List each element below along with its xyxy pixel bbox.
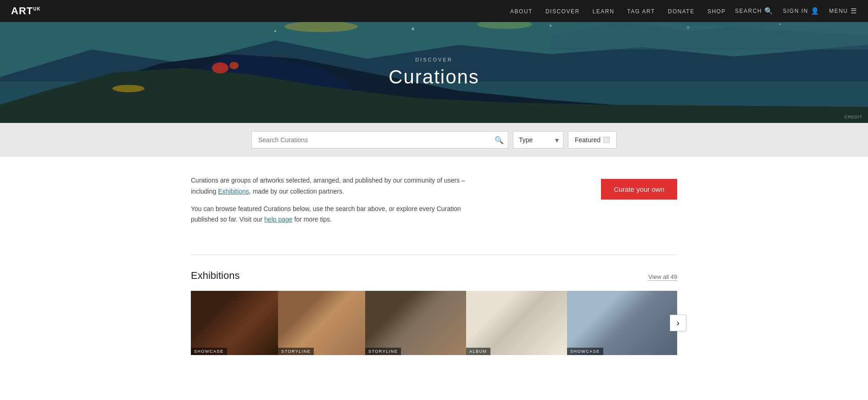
logo[interactable]: ARTUK: [11, 5, 41, 17]
gallery-tag-2: STORYLINE: [278, 348, 314, 355]
nav-menu-btn[interactable]: MENU ☰: [829, 7, 857, 15]
gallery-tag-1: SHOWCASE: [191, 348, 227, 355]
featured-checkbox[interactable]: [603, 137, 610, 143]
intro-paragraph-2: You can browse featured Curations below,…: [191, 204, 475, 226]
list-item[interactable]: STORYLINE: [365, 291, 466, 355]
hamburger-icon: ☰: [851, 7, 857, 15]
exhibitions-header: Exhibitions View all 49: [191, 270, 677, 282]
nav-search-btn[interactable]: SEARCH 🔍: [735, 7, 774, 15]
nav-search-label: SEARCH: [735, 8, 762, 14]
search-icon: 🔍: [764, 7, 774, 15]
exhibitions-section: Exhibitions View all 49 SHOWCASE STORYLI…: [191, 255, 677, 355]
gallery-tag-3: STORYLINE: [365, 348, 401, 355]
nav-links: ABOUT DISCOVER LEARN TAG ART DONATE SHOP: [510, 7, 726, 15]
search-bar-section: 🔍 Type Showcase Storyline Album Featured: [0, 123, 868, 157]
main-nav: ARTUK ABOUT DISCOVER LEARN TAG ART DONAT…: [0, 0, 868, 22]
nav-learn[interactable]: LEARN: [593, 8, 615, 15]
featured-label: Featured: [575, 136, 601, 144]
user-icon: 👤: [811, 7, 820, 15]
search-input[interactable]: [251, 131, 508, 149]
gallery-tag-5: SHOWCASE: [567, 348, 603, 355]
nav-discover[interactable]: DISCOVER: [545, 8, 580, 15]
logo-text: ART: [11, 5, 33, 17]
gallery-scroll: SHOWCASE STORYLINE STORYLINE ALBUM SHOWC: [191, 291, 677, 355]
intro-section: Curations are groups of artworks selecte…: [191, 175, 677, 232]
list-item[interactable]: STORYLINE: [278, 291, 365, 355]
hero-discover-label: DISCOVER: [415, 57, 452, 62]
list-item[interactable]: SHOWCASE: [567, 291, 677, 355]
hero-credit: CREDIT: [845, 115, 863, 119]
hero-content: DISCOVER Curations: [0, 22, 868, 123]
list-item[interactable]: SHOWCASE: [191, 291, 278, 355]
list-item[interactable]: ALBUM: [466, 291, 567, 355]
gallery-next-button[interactable]: ›: [670, 315, 686, 331]
search-icon: 🔍: [495, 136, 504, 144]
nav-shop[interactable]: SHOP: [707, 8, 726, 15]
curate-own-button[interactable]: Curate your own: [601, 179, 677, 200]
search-submit-button[interactable]: 🔍: [495, 136, 504, 144]
intro-text: Curations are groups of artworks selecte…: [191, 175, 475, 232]
gallery-tag-4: ALBUM: [466, 348, 490, 355]
view-all-link[interactable]: View all 49: [648, 273, 677, 281]
nav-signin-btn[interactable]: SIGN IN 👤: [783, 7, 820, 15]
type-select-wrap: Type Showcase Storyline Album: [513, 131, 563, 149]
hero-title: Curations: [389, 66, 479, 88]
nav-about[interactable]: ABOUT: [510, 8, 533, 15]
intro-paragraph-1: Curations are groups of artworks selecte…: [191, 175, 475, 197]
nav-menu-label: MENU: [829, 8, 848, 14]
gallery-scroll-wrap: SHOWCASE STORYLINE STORYLINE ALBUM SHOWC: [191, 291, 677, 355]
nav-donate[interactable]: DONATE: [668, 8, 695, 15]
search-input-wrap: 🔍: [251, 131, 508, 149]
type-select[interactable]: Type Showcase Storyline Album: [513, 131, 563, 149]
exhibitions-link[interactable]: Exhibitions: [218, 188, 249, 195]
exhibitions-title: Exhibitions: [191, 270, 239, 282]
nav-signin-label: SIGN IN: [783, 8, 808, 14]
logo-sup: UK: [33, 6, 40, 11]
nav-tag-art[interactable]: TAG ART: [627, 8, 655, 15]
featured-filter[interactable]: Featured: [568, 131, 617, 149]
main-content: Curations are groups of artworks selecte…: [182, 157, 686, 373]
help-page-link[interactable]: help page: [264, 216, 293, 223]
hero-section: DISCOVER Curations CREDIT: [0, 22, 868, 123]
